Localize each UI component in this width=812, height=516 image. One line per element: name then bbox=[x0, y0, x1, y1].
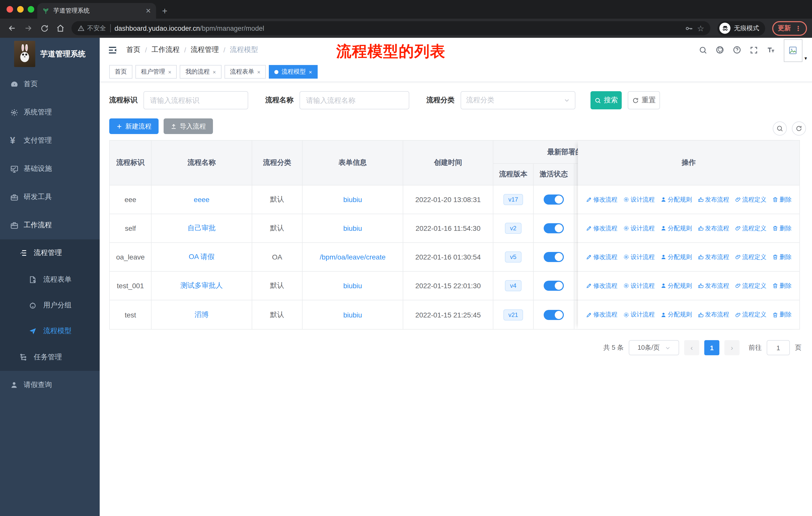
process-definition-link[interactable]: 流程定义 bbox=[735, 195, 766, 204]
back-button[interactable] bbox=[5, 21, 19, 35]
sidebar-item-payment[interactable]: ¥ 支付管理 bbox=[0, 127, 100, 155]
search-icon[interactable] bbox=[699, 45, 707, 55]
design-process-link[interactable]: 设计流程 bbox=[623, 224, 655, 233]
home-button[interactable] bbox=[53, 21, 67, 35]
search-button[interactable]: 搜索 bbox=[590, 91, 622, 109]
breadcrumb-home[interactable]: 首页 bbox=[126, 45, 141, 54]
model-name-link[interactable]: 自己审批 bbox=[187, 224, 216, 233]
page-size-select[interactable]: 10条/页 bbox=[629, 340, 679, 355]
version-badge[interactable]: v5 bbox=[505, 251, 521, 263]
font-size-icon[interactable] bbox=[766, 45, 776, 55]
show-search-button[interactable] bbox=[773, 121, 787, 136]
sidebar-item-process-model[interactable]: 流程模型 bbox=[0, 318, 100, 344]
delete-link[interactable]: 删除 bbox=[772, 281, 792, 290]
assign-rule-link[interactable]: 分配规则 bbox=[660, 195, 692, 204]
active-toggle[interactable] bbox=[544, 310, 564, 320]
update-button[interactable]: 更新 ⋮ bbox=[772, 21, 807, 35]
browser-tab[interactable]: 芋道管理系统 ✕ bbox=[37, 3, 156, 19]
model-name-link[interactable]: 测试多审批人 bbox=[180, 281, 223, 290]
sidebar-item-home[interactable]: 首页 bbox=[0, 70, 100, 98]
address-bar[interactable]: 不安全 dashboard.yudao.iocoder.cn/bpm/manag… bbox=[71, 21, 710, 35]
forward-button[interactable] bbox=[21, 21, 35, 35]
edit-process-link[interactable]: 修改流程 bbox=[586, 281, 617, 290]
github-icon[interactable] bbox=[715, 45, 724, 55]
reload-button[interactable] bbox=[37, 21, 51, 35]
assign-rule-link[interactable]: 分配规则 bbox=[660, 224, 692, 233]
assign-rule-link[interactable]: 分配规则 bbox=[660, 253, 692, 261]
process-definition-link[interactable]: 流程定义 bbox=[735, 224, 766, 233]
tag-close-icon[interactable]: × bbox=[309, 69, 312, 75]
sidebar-item-workflow[interactable]: 工作流程 bbox=[0, 211, 100, 239]
form-info-link[interactable]: biubiu bbox=[343, 311, 362, 319]
bookmark-star-icon[interactable]: ☆ bbox=[697, 23, 704, 33]
form-info-link[interactable]: biubiu bbox=[343, 224, 362, 232]
model-name-link[interactable]: eeee bbox=[194, 195, 209, 203]
app-logo[interactable]: 芋道管理系统 bbox=[0, 38, 100, 70]
publish-process-link[interactable]: 发布流程 bbox=[697, 253, 729, 261]
sidebar-item-task-mgmt[interactable]: 任务管理 bbox=[0, 344, 100, 371]
publish-process-link[interactable]: 发布流程 bbox=[697, 281, 729, 290]
browser-menu-icon[interactable]: ⋮ bbox=[795, 24, 802, 32]
process-key-input[interactable] bbox=[143, 91, 248, 109]
tag-process-model[interactable]: 流程模型× bbox=[269, 65, 318, 79]
version-badge[interactable]: v21 bbox=[503, 309, 523, 320]
publish-process-link[interactable]: 发布流程 bbox=[697, 195, 729, 204]
active-toggle[interactable] bbox=[544, 252, 564, 262]
password-key-icon[interactable] bbox=[685, 24, 693, 33]
form-info-link[interactable]: /bpm/oa/leave/create bbox=[320, 253, 386, 261]
delete-link[interactable]: 删除 bbox=[772, 253, 792, 261]
process-name-input[interactable] bbox=[299, 91, 409, 109]
active-toggle[interactable] bbox=[544, 281, 564, 291]
sidebar-item-process-mgmt[interactable]: 流程管理 bbox=[0, 239, 100, 267]
breadcrumb-process-mgmt[interactable]: 流程管理 bbox=[191, 45, 219, 54]
sidebar-item-user-group[interactable]: 用户分组 bbox=[0, 292, 100, 318]
import-process-button[interactable]: 导入流程 bbox=[164, 118, 213, 134]
edit-process-link[interactable]: 修改流程 bbox=[586, 253, 617, 261]
form-info-link[interactable]: biubiu bbox=[343, 195, 362, 203]
avatar[interactable] bbox=[784, 39, 803, 62]
sidebar-collapse-icon[interactable] bbox=[108, 45, 117, 55]
tag-tenant[interactable]: 租户管理× bbox=[136, 65, 177, 79]
tag-process-form[interactable]: 流程表单× bbox=[225, 65, 266, 79]
help-icon[interactable] bbox=[732, 45, 742, 55]
tag-close-icon[interactable]: × bbox=[168, 69, 171, 75]
tab-close-icon[interactable]: ✕ bbox=[145, 7, 151, 15]
next-page-button[interactable]: › bbox=[724, 340, 740, 355]
edit-process-link[interactable]: 修改流程 bbox=[586, 310, 617, 319]
sidebar-item-leave-query[interactable]: 请假查询 bbox=[0, 371, 100, 399]
form-info-link[interactable]: biubiu bbox=[343, 282, 362, 290]
assign-rule-link[interactable]: 分配规则 bbox=[660, 281, 692, 290]
delete-link[interactable]: 删除 bbox=[772, 195, 792, 204]
version-badge[interactable]: v17 bbox=[503, 194, 523, 205]
tag-home[interactable]: 首页 bbox=[109, 65, 133, 79]
prev-page-button[interactable]: ‹ bbox=[684, 340, 699, 355]
version-badge[interactable]: v4 bbox=[505, 280, 521, 291]
model-name-link[interactable]: 滔博 bbox=[195, 310, 209, 319]
minimize-window-button[interactable] bbox=[17, 6, 24, 12]
avatar-caret-icon[interactable]: ▾ bbox=[805, 55, 807, 61]
delete-link[interactable]: 删除 bbox=[772, 224, 792, 233]
model-name-link[interactable]: OA 请假 bbox=[189, 252, 215, 262]
tag-my-process[interactable]: 我的流程× bbox=[180, 65, 222, 79]
security-warning[interactable]: 不安全 bbox=[78, 24, 106, 32]
process-definition-link[interactable]: 流程定义 bbox=[735, 281, 766, 290]
edit-process-link[interactable]: 修改流程 bbox=[586, 195, 617, 204]
reset-button[interactable]: 重置 bbox=[628, 91, 660, 109]
close-window-button[interactable] bbox=[6, 6, 13, 12]
goto-page-input[interactable] bbox=[767, 340, 790, 355]
edit-process-link[interactable]: 修改流程 bbox=[586, 224, 617, 233]
active-toggle[interactable] bbox=[544, 194, 564, 205]
assign-rule-link[interactable]: 分配规则 bbox=[660, 310, 692, 319]
sidebar-item-system[interactable]: 系统管理 bbox=[0, 98, 100, 127]
design-process-link[interactable]: 设计流程 bbox=[623, 253, 655, 261]
create-process-button[interactable]: 新建流程 bbox=[109, 118, 158, 134]
fullscreen-icon[interactable] bbox=[750, 45, 758, 55]
current-page-button[interactable]: 1 bbox=[704, 340, 719, 355]
delete-link[interactable]: 删除 bbox=[772, 310, 792, 319]
version-badge[interactable]: v2 bbox=[505, 223, 521, 234]
tag-close-icon[interactable]: × bbox=[213, 69, 216, 75]
process-definition-link[interactable]: 流程定义 bbox=[735, 310, 766, 319]
sidebar-item-infra[interactable]: 基础设施 bbox=[0, 155, 100, 183]
design-process-link[interactable]: 设计流程 bbox=[623, 195, 655, 204]
design-process-link[interactable]: 设计流程 bbox=[623, 310, 655, 319]
